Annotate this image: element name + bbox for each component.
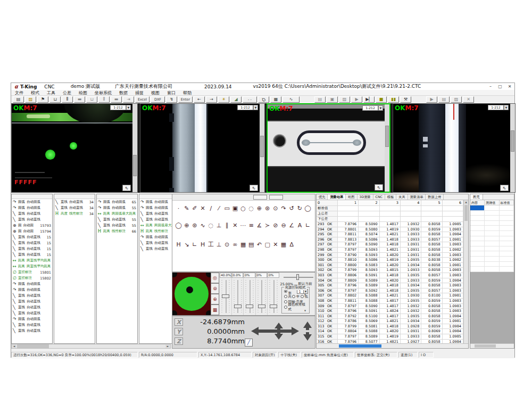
tab-优先[interactable]: 优先: [317, 194, 328, 200]
radio-icon[interactable]: [284, 306, 287, 309]
list-item[interactable]: ╲直线自动直线: [12, 211, 52, 217]
flag-tool-button[interactable]: ⚑: [37, 96, 48, 103]
list-item[interactable]: ╲直线自动直线55: [97, 217, 137, 223]
results-horizontal-scrollbar[interactable]: [317, 343, 468, 348]
list-item[interactable]: ⊕圆自动圆15793: [12, 223, 52, 228]
ring-zone-button-2[interactable]: ⊚: [211, 283, 219, 294]
list-item[interactable]: ╲直线自动直线34: [54, 199, 95, 205]
list-item[interactable]: H距离线性标注66: [97, 228, 137, 234]
landscape-button[interactable]: ◢: [230, 96, 242, 103]
measure-tool-icon[interactable]: 工: [207, 241, 215, 249]
list-item[interactable]: ↷圆弧自动圆弧: [12, 287, 52, 293]
list-item[interactable]: ∅直径标注15801: [12, 269, 52, 275]
measure-tool-icon[interactable]: ✐: [190, 205, 198, 212]
measure-tool-icon[interactable]: ∡: [255, 222, 263, 229]
element-horizontal-scrollbar[interactable]: [470, 343, 514, 348]
table-row[interactable]: 295OK7.88118.50741.48211.09330.80581.098…: [317, 232, 463, 237]
camera-2-scrollbar[interactable]: [260, 104, 264, 192]
measure-tool-icon[interactable]: ✕: [231, 222, 239, 229]
scroll-right-arrow[interactable]: ►: [165, 344, 170, 348]
table-row[interactable]: 305OK7.87968.50891.48181.09340.80581.098…: [317, 283, 463, 289]
z-jog-arrows-icon[interactable]: [303, 322, 312, 341]
table-row[interactable]: 313OK7.87998.50811.48181.09280.80591.098…: [317, 324, 463, 330]
open-folder-button[interactable]: ▨: [25, 96, 36, 103]
pause-button[interactable]: ▮▮: [388, 96, 399, 103]
chevron-down-icon[interactable]: ▼: [126, 105, 131, 110]
scrollbar-thumb[interactable]: [17, 344, 49, 348]
list-item[interactable]: ╲直线自动直线15: [12, 246, 52, 252]
measure-tool-icon[interactable]: ≻: [263, 222, 271, 229]
list-item[interactable]: ╲直线自动直线: [12, 304, 52, 310]
move-right-button[interactable]: ⇥: [123, 96, 134, 103]
minimize-button[interactable]: –: [486, 84, 495, 90]
list-item[interactable]: ⊕圆自动圆15794: [12, 228, 52, 234]
list-item[interactable]: ↷圆弧自动圆弧55: [97, 205, 137, 211]
open-run-button[interactable]: ▨: [339, 96, 350, 103]
table-row[interactable]: 300OK7.88108.50861.48191.09350.80381.098…: [317, 258, 463, 263]
measure-tool-icon[interactable]: ∿: [199, 222, 207, 229]
chevron-down-icon[interactable]: ▼: [504, 105, 509, 110]
menu-item-6[interactable]: 坐标系统: [91, 90, 115, 96]
measure-tool-icon[interactable]: ◌: [247, 205, 255, 212]
open-2-button[interactable]: ▨: [451, 96, 462, 103]
scrollbar-thumb[interactable]: [385, 126, 389, 147]
list-item[interactable]: ╲直线自动直线55: [97, 223, 137, 228]
camera-1-pan-button[interactable]: ⇖: [122, 185, 131, 191]
list-item[interactable]: ∅直径标注15802: [12, 275, 52, 281]
master-slider-thumb[interactable]: [296, 274, 299, 280]
close-tool-button[interactable]: ✕: [463, 96, 474, 103]
probe-button[interactable]: Ⅱ: [62, 96, 73, 103]
camera-view-3-selected[interactable]: OKM:7 1-212▼ ⇖: [267, 103, 390, 193]
camera-4-zoom-select[interactable]: 1-212▼: [488, 105, 509, 110]
copy-run-button[interactable]: ▣: [327, 96, 338, 103]
list-item[interactable]: ╲直线自动直线15: [12, 234, 52, 240]
measure-tool-icon[interactable]: ⊛: [263, 205, 271, 212]
measure-tool-icon[interactable]: ⊛: [190, 222, 198, 229]
element-row[interactable]: [470, 205, 514, 211]
scrollbar-thumb[interactable]: [260, 136, 264, 157]
measure-tool-icon[interactable]: ✕: [271, 241, 279, 249]
light-slider-4[interactable]: 0%: [255, 273, 268, 315]
list-item[interactable]: ╲直线自动直线15: [12, 240, 52, 246]
measure-tool-icon[interactable]: ▭: [223, 205, 231, 212]
level-high[interactable]: 高: [288, 294, 292, 299]
table-row[interactable]: 312OK7.87868.50691.48211.09340.80591.098…: [317, 319, 463, 324]
arrow-right-button[interactable]: →: [206, 96, 217, 103]
measure-tool-icon[interactable]: ⊕: [255, 205, 263, 212]
maximize-button[interactable]: ▢: [495, 84, 505, 90]
camera-1-zoom-select[interactable]: 1-212▼: [110, 105, 131, 110]
measure-tool-icon[interactable]: ↺: [288, 205, 296, 212]
toolbox-header-button[interactable]: [253, 195, 267, 200]
list-item[interactable]: ↔距离两直线平均距离: [12, 258, 52, 263]
camera-2-pan-button[interactable]: ⇖: [250, 185, 258, 191]
enter-button[interactable]: Enter: [178, 96, 193, 103]
camera-3-pan-button[interactable]: ⇖: [375, 184, 383, 191]
radio-icon[interactable]: [301, 295, 304, 298]
menu-item-3[interactable]: 工具: [43, 90, 59, 96]
scroll-up-arrow[interactable]: ▲: [464, 200, 468, 204]
light-slider-1[interactable]: 40.0%: [219, 273, 231, 315]
slider-thumb[interactable]: [270, 304, 277, 308]
list-item[interactable]: ╲直线自动直线15: [12, 252, 52, 258]
menu-item-8[interactable]: 捕捉: [131, 90, 147, 96]
measure-tool-icon[interactable]: ◯: [304, 205, 312, 212]
chevron-down-icon[interactable]: ▼: [378, 105, 383, 111]
measure-tool-icon[interactable]: ⊥: [215, 222, 223, 229]
measure-tool-icon[interactable]: ⊙: [223, 241, 231, 249]
probe-down-button[interactable]: Ⅱ: [98, 96, 110, 103]
measure-tool-icon[interactable]: ▦: [279, 241, 287, 249]
tab-CNC[interactable]: CNC: [373, 194, 385, 200]
camera-3-scrollbar[interactable]: [385, 104, 389, 192]
measure-tool-icon[interactable]: A: [296, 222, 304, 229]
slider-thumb[interactable]: [246, 304, 253, 308]
measure-tool-icon[interactable]: ↻: [296, 205, 304, 212]
curve-box-button[interactable]: ∿: [282, 96, 300, 103]
list-item[interactable]: ↷圆弧自动圆弧: [12, 281, 52, 287]
dxf-export-button[interactable]: DXF: [151, 96, 165, 103]
table-row[interactable]: 293OK7.87968.50901.48171.09320.80581.098…: [317, 222, 463, 227]
measure-tool-icon[interactable]: ⊙: [271, 205, 279, 212]
radio-icon[interactable]: [284, 300, 287, 303]
light-slider-5[interactable]: 0%: [267, 273, 279, 315]
table-row[interactable]: 306OK7.87978.50921.48181.09350.80571.098…: [317, 289, 463, 294]
blank-tool-2-button[interactable]: ▬: [111, 96, 122, 103]
